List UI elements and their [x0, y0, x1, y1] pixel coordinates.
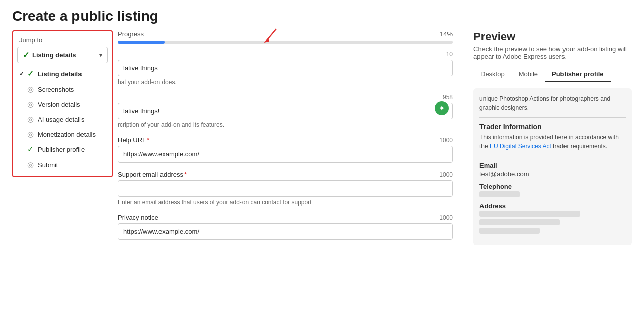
preview-card: unique Photoshop Actions for photographe… [473, 88, 632, 245]
completed-icon: ✓ [27, 69, 34, 78]
field-header: Support email address* 1000 [118, 171, 453, 178]
circle-icon: ◎ [27, 130, 34, 139]
tab-publisher-profile[interactable]: Publisher profile [545, 67, 611, 82]
description-field-section: 10 hat your add-on does. [118, 51, 453, 86]
preview-card-text: unique Photoshop Actions for photographe… [479, 94, 626, 112]
telephone-row: Telephone [479, 183, 626, 197]
textarea-wrapper: ✦ [118, 103, 453, 119]
sidebar-item-publisher-profile[interactable]: ✓ Publisher profile [13, 142, 112, 157]
page-title: Create a public listing [12, 8, 632, 24]
help-url-count: 1000 [439, 137, 453, 144]
help-url-section: Help URL* 1000 [118, 136, 453, 163]
help-url-input[interactable] [118, 146, 453, 163]
circle-icon: ◎ [27, 85, 34, 94]
address-blurred-3 [479, 228, 540, 234]
progress-label: Progress [118, 30, 144, 38]
circle-icon: ◎ [27, 115, 34, 124]
description-count: 10 [446, 51, 453, 58]
jump-to-panel: Jump to ✓ Listing details ▾ ✓ ✓ Listing … [12, 30, 113, 177]
support-email-label: Support email address* [118, 171, 187, 178]
svg-marker-1 [264, 38, 269, 43]
progress-bar [118, 41, 453, 44]
eu-digital-link[interactable]: EU Digital Services Act [490, 143, 551, 150]
ai-icon[interactable]: ✦ [435, 101, 449, 115]
sidebar-item-submit[interactable]: ◎ Submit [13, 157, 112, 172]
privacy-notice-count: 1000 [439, 214, 453, 221]
trader-section: Trader Information This information is p… [479, 123, 626, 151]
chevron-down-icon: ▾ [99, 52, 102, 59]
progress-bar-fill [118, 41, 165, 44]
description-hint: hat your add-on does. [118, 78, 453, 86]
trader-text: This information is provided here in acc… [479, 133, 626, 151]
email-label: Email [479, 162, 626, 169]
preview-subtitle: Check the preview to see how your add-on… [473, 45, 632, 60]
support-email-section: Support email address* 1000 Enter an ema… [118, 171, 453, 206]
preview-title: Preview [473, 30, 632, 43]
support-email-count: 1000 [439, 171, 453, 178]
sidebar-item-ai-usage[interactable]: ◎ AI usage details [13, 112, 112, 127]
sidebar-item-listing-details[interactable]: ✓ ✓ Listing details [13, 66, 112, 82]
privacy-notice-input[interactable] [118, 223, 453, 240]
address-blurred-1 [479, 211, 580, 217]
preview-tabs: Desktop Mobile Publisher profile [473, 67, 632, 82]
main-content: Progress 14% 10 [118, 30, 461, 320]
email-row: Email test@adobe.com [479, 162, 626, 178]
address-blurred-2 [479, 219, 560, 225]
jump-to-dropdown[interactable]: ✓ Listing details ▾ [17, 47, 108, 63]
description-input[interactable] [118, 60, 453, 76]
support-email-hint: Enter an email address that users of you… [118, 199, 453, 206]
telephone-label: Telephone [479, 183, 626, 190]
sidebar-item-version-details[interactable]: ◎ Version details [13, 97, 112, 112]
email-value: test@adobe.com [479, 170, 626, 178]
divider [479, 117, 626, 118]
privacy-notice-label: Privacy notice [118, 214, 158, 221]
divider [479, 156, 626, 156]
help-url-label: Help URL* [118, 136, 149, 144]
tab-desktop[interactable]: Desktop [473, 67, 512, 82]
field-header: Help URL* 1000 [118, 136, 453, 144]
address-label: Address [479, 202, 626, 210]
sidebar-item-monetization[interactable]: ◎ Monetization details [13, 127, 112, 142]
address-row: Address [479, 202, 626, 234]
long-description-hint: rcription of your add-on and its feature… [118, 121, 453, 128]
long-description-count: 958 [443, 94, 453, 101]
active-check-icon: ✓ [19, 70, 24, 77]
circle-icon: ◎ [27, 100, 34, 109]
long-description-input[interactable] [118, 103, 453, 119]
field-header: 10 [118, 51, 453, 58]
trader-title: Trader Information [479, 123, 626, 131]
progress-arrow [261, 27, 286, 46]
telephone-blurred [479, 191, 520, 197]
support-email-input[interactable] [118, 180, 453, 197]
completed-green-icon: ✓ [27, 145, 34, 154]
progress-percent: 14% [440, 30, 453, 38]
field-header: 958 [118, 94, 453, 101]
field-header: Privacy notice 1000 [118, 214, 453, 221]
preview-panel: Preview Check the preview to see how you… [461, 30, 632, 320]
privacy-notice-section: Privacy notice 1000 [118, 214, 453, 240]
circle-icon: ◎ [27, 160, 34, 169]
tab-mobile[interactable]: Mobile [512, 67, 545, 82]
jump-to-label: Jump to [13, 35, 112, 47]
jump-to-dropdown-label: ✓ Listing details [23, 50, 76, 60]
sidebar-item-screenshots[interactable]: ◎ Screenshots [13, 82, 112, 97]
long-description-field-section: 958 ✦ rcription of your add-on and its f… [118, 94, 453, 128]
